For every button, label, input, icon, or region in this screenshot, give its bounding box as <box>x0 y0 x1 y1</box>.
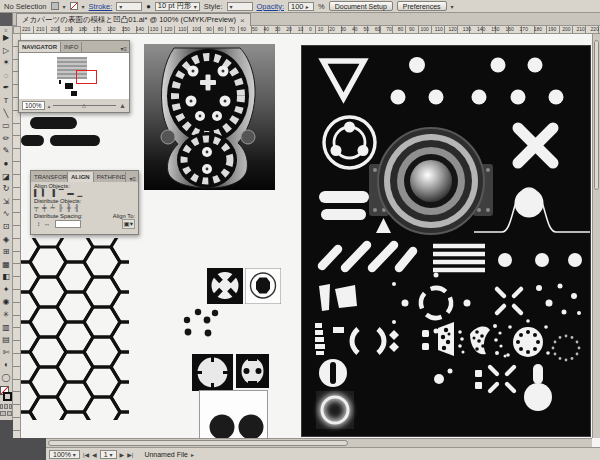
magic-wand-tool[interactable]: ✶ <box>1 57 12 70</box>
eraser-tool[interactable]: ◪ <box>1 171 12 184</box>
hexagon-pattern[interactable] <box>21 238 129 420</box>
artboard-number-box[interactable]: 1 ▾ <box>100 450 117 459</box>
blend-tool[interactable]: ◉ <box>1 296 12 309</box>
distribute-top-icon[interactable]: ╤ <box>34 204 39 212</box>
mech-parts-artboard[interactable] <box>301 45 591 437</box>
align-top-icon[interactable]: ▔ <box>59 189 64 197</box>
horizontal-scrollbar-thumb[interactable] <box>48 440 348 446</box>
boot-sole-image[interactable] <box>144 44 275 190</box>
align-v-center-icon[interactable]: ▬ <box>67 189 74 197</box>
paintbrush-tool[interactable]: ✏ <box>1 133 12 146</box>
zoom-in-icon[interactable]: ▲ <box>119 102 126 109</box>
distribute-right-icon[interactable]: ╢ <box>75 204 80 212</box>
tools-panel-header[interactable] <box>0 13 13 26</box>
navigator-zoom-slider[interactable]: △ <box>53 105 116 106</box>
tile-notched-circle[interactable] <box>207 268 243 304</box>
artboard-tool[interactable]: ▤ <box>1 334 12 347</box>
first-artboard-button[interactable]: |◀ <box>83 451 89 458</box>
gradient-tool[interactable]: ◧ <box>1 271 12 284</box>
tab-align[interactable]: ALIGN <box>68 172 94 182</box>
mesh-tool[interactable]: ▦ <box>1 259 12 272</box>
zoom-out-icon[interactable]: ▴ <box>48 103 51 109</box>
style-box[interactable]: ▾ <box>227 2 253 11</box>
pill-bar[interactable] <box>30 117 77 129</box>
spacing-value-input[interactable] <box>55 220 81 228</box>
column-graph-tool[interactable]: ▥ <box>1 322 12 335</box>
symbol-sprayer-tool[interactable]: ✳ <box>1 309 12 322</box>
vertical-scrollbar-thumb[interactable] <box>594 40 599 190</box>
tile-hex-nut[interactable] <box>245 268 281 304</box>
close-tab-icon[interactable]: × <box>240 16 245 25</box>
tab-info[interactable]: INFO <box>61 42 82 52</box>
perspective-grid-tool[interactable]: ⊞ <box>1 246 12 259</box>
panel-menu-icon[interactable]: ▾≡ <box>129 175 138 182</box>
preferences-button[interactable]: Preferences <box>397 1 447 11</box>
stroke-swatch[interactable] <box>70 2 78 10</box>
stroke-weight-box[interactable]: ▾ <box>116 2 142 11</box>
navigator-zoom-value[interactable]: 100% <box>22 101 45 110</box>
selection-tool[interactable]: ▶ <box>1 32 12 45</box>
tab-pathfinder[interactable]: PATHFINDER <box>94 172 126 182</box>
next-artboard-button[interactable]: ▶ <box>120 451 125 458</box>
tile-two-circles[interactable] <box>199 390 268 438</box>
pill-bar[interactable] <box>50 135 100 146</box>
rotate-tool[interactable]: ↻ <box>1 183 12 196</box>
line-segment-tool[interactable]: ╲ <box>1 108 12 121</box>
distribute-h-center-icon[interactable]: ╫ <box>66 204 71 212</box>
color-mode-buttons[interactable] <box>0 404 12 409</box>
document-tab[interactable]: メカパーツの表面の模様と凹凸01.ai* @ 100% (CMYK/Previe… <box>16 13 251 26</box>
tile-tick-circle[interactable] <box>192 354 233 391</box>
align-h-center-icon[interactable]: ▍ <box>42 189 47 197</box>
pencil-tool[interactable]: ✎ <box>1 145 12 158</box>
stroke-link[interactable]: Stroke: <box>89 2 113 11</box>
vertical-scrollbar[interactable] <box>592 34 600 438</box>
horizontal-scrollbar[interactable] <box>46 438 592 447</box>
brush-definition-box[interactable]: 10 pt 円形 ▾ <box>155 2 200 11</box>
status-zoom-box[interactable]: 100% ▾ <box>49 450 80 459</box>
status-display[interactable]: Unnamed File ▸ <box>144 451 194 458</box>
fill-swatch[interactable] <box>51 2 59 10</box>
zoom-tool[interactable]: ◯ <box>1 372 12 385</box>
type-tool[interactable]: T <box>1 95 12 108</box>
slider-thumb-icon[interactable]: △ <box>82 102 86 108</box>
opacity-value-box[interactable]: 100 ▸ <box>288 2 314 11</box>
align-left-icon[interactable]: ▌ <box>34 189 39 197</box>
tab-navigator[interactable]: NAVIGATOR <box>19 42 61 52</box>
direct-selection-tool[interactable]: ▷ <box>1 45 12 58</box>
hand-tool[interactable]: ◖ <box>1 359 12 372</box>
dot-scatter-artwork[interactable] <box>181 306 226 339</box>
eyedropper-tool[interactable]: ✦ <box>1 284 12 297</box>
horizontal-spacing-icon[interactable]: ↔ <box>44 220 51 228</box>
free-transform-tool[interactable]: ⊡ <box>1 221 12 234</box>
navigator-view-rect[interactable] <box>76 70 97 84</box>
distribute-bottom-icon[interactable]: ╧ <box>50 204 55 212</box>
opacity-link[interactable]: Opacity: <box>257 2 285 11</box>
panel-menu-icon[interactable]: ▾≡ <box>120 45 129 52</box>
lasso-tool[interactable]: ◌ <box>1 70 12 83</box>
distribute-v-center-icon[interactable]: ╪ <box>42 204 47 212</box>
stroke-dropdown-icon[interactable]: ▾ <box>82 3 85 10</box>
last-artboard-button[interactable]: ▶| <box>127 451 133 458</box>
align-right-icon[interactable]: ▐ <box>51 189 56 197</box>
horizontal-ruler[interactable]: 2202102001901801701601501401301201101009… <box>21 26 600 34</box>
shape-builder-tool[interactable]: ◈ <box>1 234 12 247</box>
previous-artboard-button[interactable]: ◀ <box>92 451 97 458</box>
fill-dropdown-icon[interactable]: ▾ <box>63 3 66 10</box>
workspace-dropdown-icon[interactable]: ▾ <box>451 3 454 10</box>
rectangle-tool[interactable]: ▭ <box>1 120 12 133</box>
width-tool[interactable]: ∿ <box>1 208 12 221</box>
tab-transform[interactable]: TRANSFORM <box>31 172 68 182</box>
navigator-preview[interactable] <box>19 52 129 99</box>
align-to-dropdown[interactable]: ▣▾ <box>122 219 135 229</box>
scale-tool[interactable]: ⇲ <box>1 196 12 209</box>
fill-stroke-swatches[interactable] <box>0 386 12 402</box>
distribute-left-icon[interactable]: ╟ <box>58 204 63 212</box>
vertical-spacing-icon[interactable]: ↕ <box>37 220 40 228</box>
tile-barrel[interactable] <box>236 354 269 388</box>
document-setup-button[interactable]: Document Setup <box>329 1 393 11</box>
slice-tool[interactable]: ✄ <box>1 347 12 360</box>
pill-bar[interactable] <box>21 135 44 146</box>
pen-tool[interactable]: ✒ <box>1 82 12 95</box>
status-menu-arrow[interactable]: ▸ <box>191 451 194 458</box>
draw-mode-buttons[interactable] <box>0 411 12 416</box>
